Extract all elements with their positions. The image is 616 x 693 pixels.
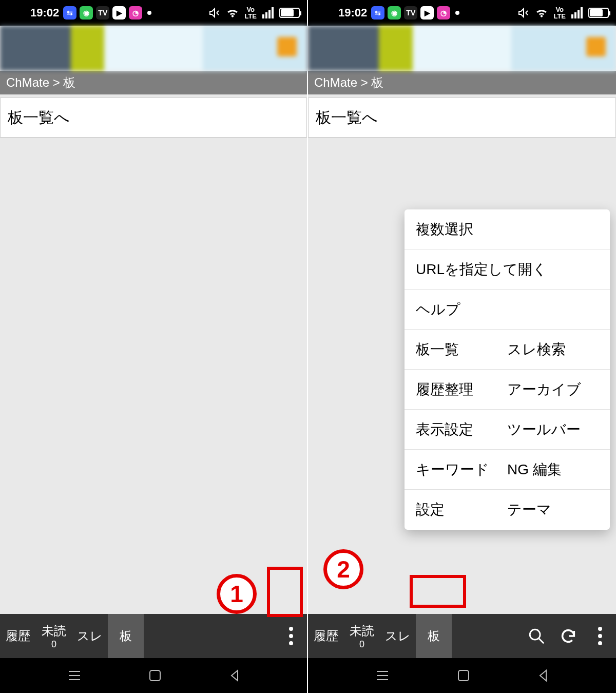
dot-icon [455,11,459,15]
dot-icon [147,11,151,15]
menu-toolbar[interactable]: ツールバー [507,420,599,439]
svg-rect-23 [458,670,469,681]
menu-help[interactable]: ヘルプ [405,290,610,330]
home-icon[interactable] [457,669,470,682]
back-icon[interactable] [228,669,241,682]
back-icon[interactable] [537,669,549,682]
svg-rect-11 [571,14,573,18]
app-icon-4: ◔ [129,6,142,20]
status-right: VoLTE [208,6,300,20]
tv-icon: TV [96,6,109,20]
tab-unread[interactable]: 未読0 [344,614,380,658]
tv-icon: TV [404,6,417,20]
menu-ng-edit[interactable]: NG 編集 [507,460,599,479]
home-icon[interactable] [148,669,162,682]
menu-display-settings[interactable]: 表示設定 [416,420,507,439]
svg-rect-12 [574,12,576,18]
menu-theme[interactable]: テーマ [507,500,599,519]
overflow-button[interactable] [275,614,307,658]
ad-banner[interactable] [308,26,616,71]
status-app-icons: ⇆ ◉ TV ▶ ◔ [63,6,151,20]
vertical-dots-icon [288,626,294,646]
breadcrumb: ChMate > 板 [308,71,616,94]
app-icon-1: ⇆ [371,6,384,20]
svg-rect-14 [581,7,583,18]
annotation-circle-2: 2 [323,549,363,589]
phone-right: 19:02 ⇆ ◉ TV ▶ ◔ VoLTE ChMate > 板 板一覧へ 複… [308,0,616,693]
app-icon-4: ◔ [437,6,450,20]
recent-apps-icon[interactable] [67,669,82,682]
main-area: 板一覧へ 複数選択 URLを指定して開く ヘルプ 板一覧 スレ検索 履歴整理 ア… [308,94,616,614]
recent-apps-icon[interactable] [375,669,390,682]
battery-icon [588,8,609,18]
vertical-dots-icon [598,626,603,646]
menu-thread-search[interactable]: スレ検索 [507,340,599,359]
android-nav [308,658,616,693]
svg-rect-3 [272,7,274,18]
app-icon-2: ◉ [80,6,93,20]
status-app-icons: ⇆ ◉ TV ▶ ◔ [371,6,459,20]
app-icon-1: ⇆ [63,6,76,20]
svg-rect-13 [578,10,580,18]
tab-thread[interactable]: スレ [72,614,108,658]
svg-rect-0 [262,14,264,18]
svg-rect-1 [265,12,267,18]
ad-banner[interactable] [0,26,307,71]
battery-icon [279,8,300,18]
reload-button[interactable] [552,614,584,658]
tab-history[interactable]: 履歴 [308,614,344,658]
mute-icon [517,7,530,19]
main-area: 板一覧へ [0,94,307,614]
svg-line-16 [538,638,544,643]
menu-keyword[interactable]: キーワード [416,460,507,479]
svg-point-6 [289,641,293,645]
svg-point-4 [289,627,293,631]
menu-board-list[interactable]: 板一覧 [416,340,507,359]
mute-icon [208,7,221,19]
svg-point-19 [598,641,602,645]
board-list-link[interactable]: 板一覧へ [0,98,307,138]
status-bar: 19:02 ⇆ ◉ TV ▶ ◔ VoLTE [0,0,307,26]
overflow-button[interactable] [584,614,616,658]
annotation-box-1 [267,567,303,617]
tab-board[interactable]: 板 [416,614,452,658]
tab-history[interactable]: 履歴 [0,614,36,658]
search-button[interactable] [521,614,552,658]
menu-settings[interactable]: 設定 [416,500,507,519]
clock: 19:02 [338,6,367,20]
svg-point-15 [530,629,540,640]
volte-icon: VoLTE [244,6,257,20]
status-bar: 19:02 ⇆ ◉ TV ▶ ◔ VoLTE [308,0,616,26]
app-icon-3: ▶ [112,6,126,20]
svg-rect-2 [268,10,271,18]
overflow-menu: 複数選択 URLを指定して開く ヘルプ 板一覧 スレ検索 履歴整理 アーカイブ … [405,209,610,530]
svg-point-17 [598,627,602,631]
menu-history-cleanup[interactable]: 履歴整理 [416,380,507,399]
volte-icon: VoLTE [553,6,566,20]
menu-multi-select[interactable]: 複数選択 [405,209,610,249]
status-right: VoLTE [517,6,609,20]
tab-thread[interactable]: スレ [380,614,416,658]
android-nav [0,658,307,693]
wifi-icon [226,7,239,18]
bottom-tabs: 履歴 未読0 スレ 板 [0,614,307,658]
search-icon [528,627,545,645]
clock: 19:02 [30,6,59,20]
signal-icon [262,7,274,18]
phone-left: 19:02 ⇆ ◉ TV ▶ ◔ VoLTE ChMate > 板 板一覧へ 履… [0,0,308,693]
app-icon-2: ◉ [388,6,401,20]
wifi-icon [535,7,548,18]
app-icon-3: ▶ [420,6,434,20]
tab-board[interactable]: 板 [108,614,144,658]
svg-point-5 [289,634,293,638]
board-list-link[interactable]: 板一覧へ [308,98,616,138]
menu-archive[interactable]: アーカイブ [507,380,599,399]
bottom-tabs: 履歴 未読0 スレ 板 [308,614,616,658]
tab-unread[interactable]: 未読0 [36,614,72,658]
annotation-box-2 [410,575,466,608]
svg-rect-10 [150,670,160,681]
menu-open-url[interactable]: URLを指定して開く [405,249,610,290]
signal-icon [571,7,583,18]
annotation-circle-1: 1 [217,574,257,614]
breadcrumb: ChMate > 板 [0,71,307,94]
